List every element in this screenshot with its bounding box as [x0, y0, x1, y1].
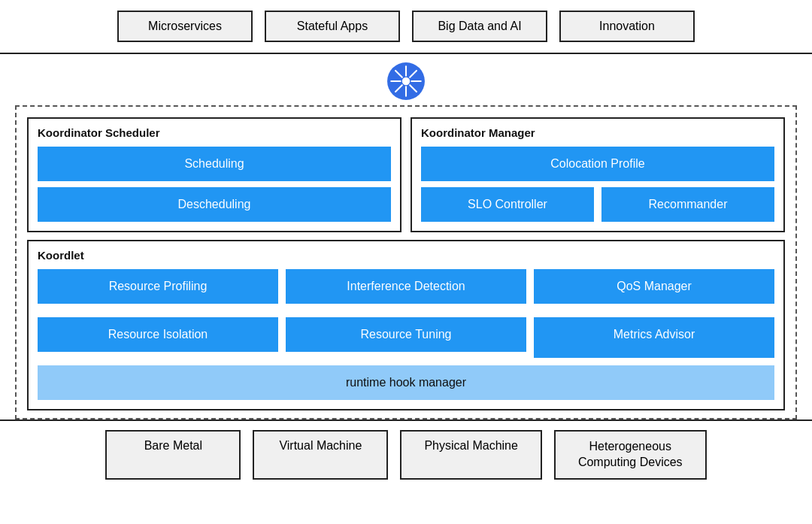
top-item-big-data-ai: Big Data and AI	[412, 11, 547, 42]
scheduler-title: Koordinator Scheduler	[38, 126, 391, 139]
resource-isolation-btn[interactable]: Resource Isolation	[38, 317, 278, 352]
svg-point-1	[402, 77, 410, 85]
descheduling-btn[interactable]: Descheduling	[38, 187, 391, 222]
bottom-item-heterogeneous: HeterogeneousComputing Devices	[554, 430, 707, 480]
manager-title: Koordinator Manager	[421, 126, 774, 139]
bottom-item-bare-metal: Bare Metal	[105, 430, 241, 480]
k8s-logo-row	[0, 54, 812, 105]
bottom-bar: Bare Metal Virtual Machine Physical Mach…	[0, 420, 812, 489]
svg-rect-5	[411, 80, 422, 82]
svg-rect-2	[405, 65, 407, 77]
koordlet-title: Koordlet	[38, 249, 774, 262]
qos-manager-btn[interactable]: QoS Manager	[534, 269, 774, 304]
manager-box: Koordinator Manager Colocation Profile S…	[411, 117, 785, 232]
runtime-hook-btn[interactable]: runtime hook manager	[38, 365, 774, 400]
top-item-stateful-apps: Stateful Apps	[265, 11, 400, 42]
recommander-btn[interactable]: Recommander	[601, 187, 774, 222]
slo-controller-btn[interactable]: SLO Controller	[421, 187, 594, 222]
svg-rect-4	[390, 80, 401, 82]
manager-row: SLO Controller Recommander	[421, 187, 774, 222]
top-item-microservices: Microservices	[117, 11, 253, 42]
interference-detection-btn[interactable]: Interference Detection	[286, 269, 526, 304]
top-item-innovation: Innovation	[559, 11, 695, 42]
bottom-item-virtual-machine: Virtual Machine	[253, 430, 388, 480]
kubernetes-icon	[386, 62, 426, 101]
svg-rect-3	[405, 86, 407, 97]
top-bar: Microservices Stateful Apps Big Data and…	[0, 0, 812, 54]
koordlet-box: Koordlet Resource Profiling Interference…	[27, 240, 785, 410]
main-container: Koordinator Scheduler Scheduling Desched…	[15, 105, 797, 420]
resource-tuning-btn[interactable]: Resource Tuning	[286, 317, 526, 352]
scheduling-btn[interactable]: Scheduling	[38, 147, 391, 181]
koordlet-grid: Resource Profiling Interference Detectio…	[38, 269, 774, 358]
top-section: Koordinator Scheduler Scheduling Desched…	[27, 117, 785, 232]
resource-profiling-btn[interactable]: Resource Profiling	[38, 269, 278, 304]
colocation-profile-btn[interactable]: Colocation Profile	[421, 147, 774, 181]
metrics-advisor-btn[interactable]: Metrics Advisor	[534, 317, 774, 358]
bottom-item-physical-machine: Physical Machine	[400, 430, 542, 480]
scheduler-box: Koordinator Scheduler Scheduling Desched…	[27, 117, 401, 232]
